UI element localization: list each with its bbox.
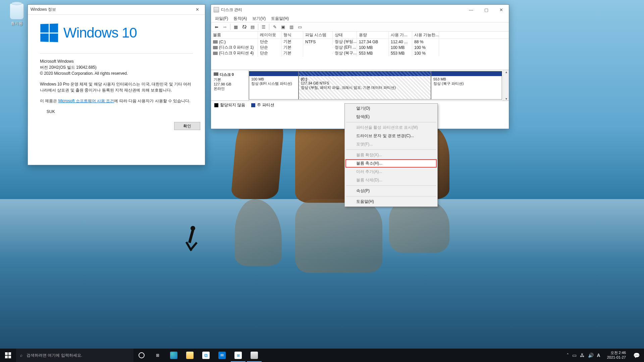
taskbar-app-winver[interactable]: ⊞ [230,349,246,362]
taskbar-app-explorer[interactable] [182,349,198,362]
col-type[interactable]: 형식 [281,32,303,39]
nav-back-icon[interactable]: ⬅ [213,23,220,31]
disk-graphical-view: 디스크 0 기본 127.98 GB 온라인 100 MB 정상 (EFI 시스… [211,70,509,101]
toolbar-icon[interactable]: ▣ [279,23,287,31]
winver-eula-text: 이 제품은 Microsoft 소프트웨어 사용 조건에 따라 다음 사용자가 … [40,98,193,104]
ctx-shrink[interactable]: 볼륨 축소(H)... [345,159,437,168]
winver-window: Windows 정보 ✕ Windows 10 Microsoft Window… [28,4,205,165]
store-icon: ⧉ [202,352,210,359]
winver-title: Windows 정보 [31,7,190,12]
winver-license-text: Windows 10 Pro 운영 체제 및 해당 사용자 인터페이스는 미국,… [40,81,193,93]
menu-action[interactable]: 동작(A) [231,15,250,22]
ctx-change-letter[interactable]: 드라이브 문자 및 경로 변경(C)... [345,132,437,140]
taskbar-app-diskmgmt[interactable] [246,349,262,362]
col-free-pct[interactable]: 사용 가능한... [412,32,439,39]
windows-logo: Windows 10 [40,22,193,43]
toolbar-icon[interactable]: ✎ [271,23,278,31]
close-button[interactable]: ✕ [190,5,205,14]
ctx-open[interactable]: 열기(O) [345,104,437,113]
menu-help[interactable]: 도움말(H) [268,15,291,22]
wallpaper-runner [181,221,201,261]
menu-view[interactable]: 보기(V) [250,15,268,22]
ctx-help[interactable]: 도움말(H) [345,197,437,206]
toolbar-icon[interactable]: ☰ [260,23,267,31]
action-center-icon[interactable]: 💬 [629,352,644,359]
toolbar: ⬅ ➡ ▦ 🗘 ▤ ☰ ✎ ▣ ▥ ▭ [211,22,509,32]
search-placeholder: 검색하려면 여기에 입력하세요. [26,353,82,358]
ctx-extend: 볼륨 확장(X)... [345,151,437,159]
close-button[interactable]: ✕ [494,5,509,15]
winver-copyright: © 2020 Microsoft Corporation. All rights… [40,70,193,76]
toolbar-icon[interactable]: ▥ [288,23,295,31]
tray-volume-icon[interactable]: 🔊 [588,353,594,358]
scrollbar[interactable] [503,70,509,101]
taskbar-app-mail[interactable]: ✉ [214,349,230,362]
eula-link[interactable]: Microsoft 소프트웨어 사용 조건 [58,99,114,103]
menu-file[interactable]: 파일(F) [212,15,231,22]
ok-button[interactable]: 확인 [174,122,200,130]
toolbar-icon[interactable]: ▭ [296,23,304,31]
maximize-button[interactable]: ▢ [479,5,494,15]
disk-info[interactable]: 디스크 0 기본 127.98 GB 온라인 [211,70,249,101]
winver-version: 버전 20H2(OS 빌드 19042.685) [40,64,193,70]
taskbar-search[interactable]: ⌕ 검색하려면 여기에 입력하세요. [16,349,133,362]
nav-forward-icon[interactable]: ➡ [221,23,228,31]
taskbar-app-edge[interactable] [166,349,182,362]
ctx-format: 포맷(F)... [345,140,437,148]
taskview-icon: ⊞ [156,353,159,358]
tray-ime-icon[interactable]: A [597,353,600,358]
diskmgmt-taskbar-icon [251,352,258,359]
ctx-mirror: 미러 추가(A)... [345,168,437,176]
volume-table: 볼륨 레이아웃 형식 파일 시스템 상태 용량 사용 가... 사용 가능한..… [211,32,509,70]
recycle-bin-icon [10,3,24,19]
taskbar-app-store[interactable]: ⧉ [198,349,214,362]
windows-icon [5,352,11,358]
col-free[interactable]: 사용 가... [389,32,412,39]
volume-row[interactable]: (디스크 0 파티션 4)단순기본정상 (복구...553 MB553 MB10… [211,50,509,56]
col-volume[interactable]: 볼륨 [211,32,258,39]
winver-user: SUK [47,109,193,115]
winver-heading: Microsoft Windows [40,58,193,64]
folder-icon [186,352,194,359]
taskbar-clock[interactable]: 오전 2:46 2021-01-27 [604,351,629,360]
context-menu: 열기(O) 탐색(E) 파티션을 활성 파티션으로 표시(M) 드라이브 문자 … [344,103,438,207]
recycle-bin-label: 휴지통 [5,21,29,26]
partition-c[interactable]: (C:) 127.34 GB NTFS 정상 (부팅, 페이지 파일, 크래시 … [299,71,431,100]
ctx-mark-active: 파티션을 활성 파티션으로 표시(M) [345,123,437,132]
toolbar-icon[interactable]: ▤ [249,23,256,31]
ctx-explore[interactable]: 탐색(E) [345,113,437,121]
winver-titlebar[interactable]: Windows 정보 ✕ [28,5,205,15]
task-view-button[interactable] [133,349,150,362]
ctx-delete: 볼륨 삭제(D)... [345,176,437,184]
diskmgmt-icon [214,7,219,12]
col-status[interactable]: 상태 [333,32,357,39]
taskbar: ⌕ 검색하려면 여기에 입력하세요. ⊞ ⧉ ✉ ⊞ ˄ ▭ 🖧 🔊 A 오전 … [0,349,644,362]
winver-taskbar-icon: ⊞ [234,352,242,359]
partition-recovery[interactable]: 553 MB 정상 (복구 파티션) [431,71,502,100]
tray-network-icon[interactable]: 🖧 [580,353,585,358]
search-icon: ⌕ [20,353,22,358]
col-layout[interactable]: 레이아웃 [258,32,281,39]
refresh-icon[interactable]: 🗘 [240,23,248,31]
mail-icon: ✉ [218,352,226,359]
task-view-button[interactable]: ⊞ [150,349,166,362]
toolbar-icon[interactable]: ▦ [232,23,239,31]
partition-efi[interactable]: 100 MB 정상 (EFI 시스템 파티션) [249,71,299,100]
disk-icon [214,72,218,76]
diskmgmt-titlebar[interactable]: 디스크 관리 — ▢ ✕ [211,5,509,15]
ctx-properties[interactable]: 속성(P) [345,187,437,195]
col-capacity[interactable]: 용량 [357,32,389,39]
minimize-button[interactable]: — [464,5,479,15]
menubar: 파일(F) 동작(A) 보기(V) 도움말(H) [211,15,509,22]
recycle-bin[interactable]: 휴지통 [5,3,29,26]
tray-chevron-icon[interactable]: ˄ [567,353,569,358]
cortana-icon [139,352,145,358]
col-filesystem[interactable]: 파일 시스템 [303,32,333,39]
start-button[interactable] [0,349,16,362]
diskmgmt-title: 디스크 관리 [221,7,464,13]
edge-icon [170,352,177,359]
tray-meet-now-icon[interactable]: ▭ [572,353,577,358]
